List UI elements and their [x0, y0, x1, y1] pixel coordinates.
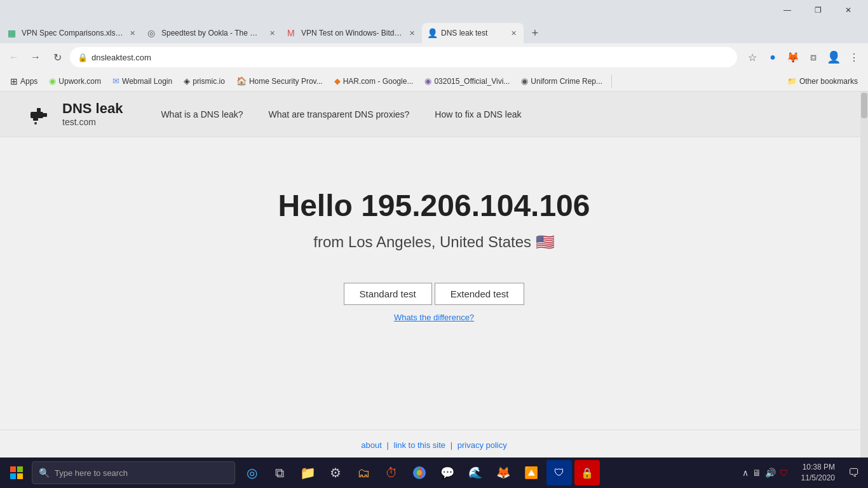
maximize-button[interactable]: ❐: [803, 0, 832, 20]
crime-rep-favicon: ◉: [521, 76, 528, 86]
homesec-favicon: 🏠: [236, 76, 247, 86]
firefox-icon: 🦊: [784, 48, 802, 66]
taskbar-upwork-icon[interactable]: 🔼: [519, 460, 544, 485]
taskbar-taskview-icon[interactable]: ⧉: [267, 460, 292, 485]
faucet-icon: [25, 99, 56, 130]
page-scrollbar[interactable]: [860, 92, 868, 460]
site-logo: DNS leak test.com: [25, 99, 123, 130]
other-bookmarks-label: Other bookmarks: [799, 77, 858, 86]
footer-about-link[interactable]: about: [361, 440, 382, 450]
bookmark-webmail[interactable]: ✉ Webmail Login: [107, 74, 177, 88]
taskbar-security-icon[interactable]: 🔒: [574, 460, 600, 485]
032015-favicon: ◉: [424, 76, 431, 86]
taskbar-right: ∧ 🖥 🔊 🛡 10:38 PM 11/5/2020 🗨: [737, 461, 865, 484]
tab-dns-leak[interactable]: 👤 DNS leak test ✕: [422, 23, 524, 43]
taskbar-clock[interactable]: 10:38 PM 11/5/2020: [796, 462, 840, 484]
address-input[interactable]: 🔒 dnsleaktest.com: [70, 47, 737, 67]
taskbar-middle-icons: ◎ ⧉ 📁 ⚙ 🗂 ⏱ 💬 🌊 🦊 🔼 🛡 🔒: [239, 460, 600, 485]
taskbar-clockapp-icon[interactable]: ⏱: [379, 460, 404, 485]
logo-name: DNS leak: [62, 100, 123, 117]
browser-chrome: — ❐ ✕ ▦ VPN Spec Comparisons.xlsx - Go..…: [0, 0, 868, 92]
bookmark-crime-rep-label: Uniform Crime Rep...: [531, 77, 602, 86]
url-display: dnsleaktest.com: [92, 53, 729, 62]
footer-privacy-link[interactable]: privacy policy: [458, 440, 507, 450]
bookmark-har-label: HAR.com - Google...: [343, 77, 414, 86]
tab-favicon-gmail: M: [287, 28, 297, 38]
bookmark-prismic[interactable]: ◈ prismic.io: [179, 74, 230, 88]
taskbar-filemanager-icon[interactable]: 🗂: [351, 460, 376, 485]
taskbar-edge-icon[interactable]: 🌊: [463, 460, 488, 485]
tab-favicon-speedtest: ◎: [147, 28, 158, 38]
tab-close-vpn-spec[interactable]: ✕: [127, 28, 137, 38]
bookmark-upwork[interactable]: ◉ Upwork.com: [44, 74, 106, 88]
bookmark-har[interactable]: ◆ HAR.com - Google...: [329, 74, 419, 88]
webmail-favicon: ✉: [112, 76, 119, 86]
svg-rect-2: [37, 108, 41, 113]
tab-title-speedtest: Speedtest by Ookla - The Global ...: [161, 29, 263, 37]
address-bar: ← → ↻ 🔒 dnsleaktest.com ☆ ● 🦊 ⧈ 👤 ⋮: [0, 43, 868, 71]
back-button[interactable]: ←: [5, 48, 23, 66]
hello-heading: Hello 195.206.104.106: [278, 188, 590, 223]
tab-title-dns-leak: DNS leak test: [441, 29, 505, 37]
bookmark-star-icon[interactable]: ☆: [743, 48, 761, 66]
profile-icon[interactable]: 👤: [825, 48, 843, 66]
footer-link-link[interactable]: link to this site: [393, 440, 445, 450]
test-buttons: Standard test Extended test: [344, 283, 525, 305]
minimize-button[interactable]: —: [773, 0, 802, 20]
tab-close-dns-leak[interactable]: ✕: [508, 28, 519, 38]
taskbar-malwarebytes-icon[interactable]: 🛡: [546, 460, 572, 485]
bookmark-apps[interactable]: ⊞ Apps: [5, 74, 43, 89]
logo-domain: test.com: [62, 117, 123, 128]
refresh-button[interactable]: ↻: [48, 48, 66, 66]
tray-antivirus-icon[interactable]: 🛡: [780, 468, 789, 478]
taskbar-explorer-icon[interactable]: 📁: [295, 460, 320, 485]
svg-rect-6: [17, 466, 23, 472]
taskbar-search[interactable]: 🔍 Type here to search: [32, 461, 235, 484]
upwork-favicon: ◉: [49, 76, 56, 86]
toolbar-icons: ☆ ● 🦊 ⧈ 👤 ⋮: [743, 48, 863, 66]
tab-title-vpn-test: VPN Test on Windows- Bitdefend...: [301, 29, 403, 37]
notification-center-button[interactable]: 🗨: [843, 461, 865, 484]
tab-speedtest[interactable]: ◎ Speedtest by Ookla - The Global ... ✕: [142, 23, 282, 43]
forward-button[interactable]: →: [27, 48, 44, 66]
whats-difference-link[interactable]: Whats the difference?: [394, 313, 474, 322]
extended-test-button[interactable]: Extended test: [435, 283, 525, 305]
bookmark-prismic-label: prismic.io: [193, 77, 225, 86]
bookmark-032015[interactable]: ◉ 032015_Official_Vivi...: [419, 74, 515, 88]
har-favicon: ◆: [334, 76, 341, 86]
svg-point-11: [417, 470, 422, 475]
start-button[interactable]: [3, 459, 31, 487]
bookmark-homesec[interactable]: 🏠 Home Security Prov...: [231, 74, 328, 88]
tab-vpn-spec[interactable]: ▦ VPN Spec Comparisons.xlsx - Go... ✕: [3, 23, 142, 43]
more-options-icon[interactable]: ⋮: [845, 48, 863, 66]
taskbar-chrome-icon[interactable]: [407, 460, 432, 485]
bookmark-upwork-label: Upwork.com: [58, 77, 101, 86]
nav-link-what-is[interactable]: What is a DNS leak?: [161, 109, 243, 119]
tab-close-speedtest[interactable]: ✕: [267, 28, 277, 38]
tab-vpn-test[interactable]: M VPN Test on Windows- Bitdefend... ✕: [282, 23, 422, 43]
new-tab-button[interactable]: +: [526, 24, 544, 42]
tray-network-icon[interactable]: 🖥: [752, 468, 761, 478]
svg-rect-3: [33, 118, 38, 121]
taskbar-skype-icon[interactable]: 💬: [435, 460, 460, 485]
nav-link-transparent[interactable]: What are transparent DNS proxies?: [269, 109, 410, 119]
nav-link-how-to-fix[interactable]: How to fix a DNS leak: [435, 109, 521, 119]
taskbar-fox-icon[interactable]: 🦊: [491, 460, 516, 485]
footer-separator-2: |: [451, 440, 455, 450]
scrollbar-thumb[interactable]: [861, 93, 867, 118]
bookmark-apps-label: Apps: [20, 77, 37, 86]
standard-test-button[interactable]: Standard test: [344, 283, 432, 305]
taskbar-settings-icon[interactable]: ⚙: [323, 460, 348, 485]
taskbar: 🔍 Type here to search ◎ ⧉ 📁 ⚙ 🗂 ⏱ 💬 🌊 🦊 …: [0, 458, 868, 488]
taskbar-cortana-icon[interactable]: ◎: [239, 460, 264, 485]
bookmark-crime-rep[interactable]: ◉ Uniform Crime Rep...: [516, 74, 607, 88]
tray-volume-icon[interactable]: 🔊: [765, 468, 776, 478]
other-bookmarks[interactable]: 📁 Other bookmarks: [782, 74, 863, 88]
tray-up-arrow[interactable]: ∧: [742, 468, 749, 478]
taskbar-search-icon: 🔍: [39, 468, 50, 478]
tab-close-vpn-test[interactable]: ✕: [407, 28, 417, 38]
main-content: Hello 195.206.104.106 from Los Angeles, …: [0, 137, 868, 430]
location-text: from Los Angeles, United States 🇺🇸: [313, 233, 555, 251]
extensions-icon[interactable]: ⧈: [804, 48, 822, 66]
close-button[interactable]: ✕: [834, 0, 863, 20]
